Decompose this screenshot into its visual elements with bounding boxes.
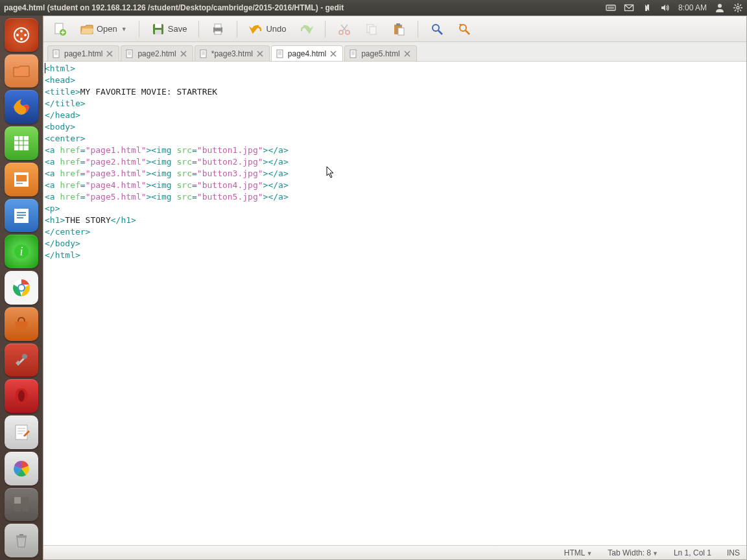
find-button[interactable] bbox=[426, 20, 448, 38]
code-line: <p> bbox=[45, 203, 746, 215]
svg-rect-0 bbox=[606, 5, 615, 10]
svg-rect-28 bbox=[16, 183, 23, 184]
svg-line-71 bbox=[466, 30, 469, 34]
close-icon[interactable] bbox=[106, 50, 113, 58]
tabwidth-selector[interactable]: Tab Width: 8▼ bbox=[608, 548, 658, 557]
open-button[interactable]: Open▼ bbox=[76, 20, 131, 38]
top-panel: page4.html (student on 192.168.12.126 /s… bbox=[0, 0, 747, 16]
chrome-button[interactable] bbox=[5, 271, 38, 305]
code-line: <head> bbox=[45, 75, 746, 86]
info-button[interactable]: i bbox=[5, 235, 38, 268]
open-label: Open bbox=[97, 24, 117, 34]
svg-rect-90 bbox=[277, 50, 283, 58]
svg-point-17 bbox=[20, 30, 23, 32]
new-doc-button[interactable] bbox=[49, 20, 71, 38]
svg-rect-46 bbox=[22, 497, 29, 504]
svg-point-37 bbox=[19, 285, 24, 290]
svg-point-70 bbox=[460, 25, 466, 31]
svg-rect-29 bbox=[14, 209, 29, 223]
tab-page3html[interactable]: *page3.html bbox=[195, 45, 270, 61]
find-replace-button[interactable] bbox=[453, 20, 475, 38]
tab-page1html[interactable]: page1.html bbox=[47, 45, 119, 61]
print-button[interactable] bbox=[207, 20, 229, 38]
code-line: <a href="page1.html"><img src="button1.j… bbox=[45, 145, 746, 156]
clock-text[interactable]: 8:00 AM bbox=[678, 3, 707, 12]
svg-rect-64 bbox=[370, 27, 376, 34]
editor-area[interactable]: <html><head><title>MY FAVORITE MOVIE: ST… bbox=[43, 62, 746, 545]
picasa-button[interactable] bbox=[5, 452, 38, 485]
svg-point-40 bbox=[18, 390, 25, 402]
software-center-button[interactable] bbox=[5, 307, 38, 341]
keyboard-icon[interactable] bbox=[606, 3, 616, 13]
svg-point-18 bbox=[24, 34, 27, 36]
code-line: <a href="page4.html"><img src="button4.j… bbox=[45, 180, 746, 191]
document-icon bbox=[199, 49, 208, 58]
svg-point-5 bbox=[718, 4, 722, 8]
svg-rect-78 bbox=[126, 50, 132, 58]
opera-button[interactable] bbox=[5, 379, 38, 413]
document-icon bbox=[276, 49, 285, 58]
redo-button[interactable] bbox=[295, 20, 317, 38]
code-line: </head> bbox=[45, 110, 746, 121]
network-icon[interactable] bbox=[642, 3, 652, 13]
svg-text:i: i bbox=[19, 245, 23, 258]
code-line: <title>MY FAVORITE MOVIE: STARTREK bbox=[45, 86, 746, 98]
save-button[interactable]: Save bbox=[147, 20, 191, 38]
svg-rect-49 bbox=[16, 535, 27, 537]
tab-label: page4.html bbox=[288, 49, 326, 58]
close-icon[interactable] bbox=[403, 50, 411, 58]
user-icon[interactable] bbox=[715, 3, 725, 13]
svg-rect-54 bbox=[155, 24, 161, 28]
gedit-button[interactable] bbox=[5, 415, 38, 449]
close-icon[interactable] bbox=[329, 50, 337, 58]
svg-line-14 bbox=[740, 5, 741, 6]
tab-label: page2.html bbox=[137, 49, 176, 58]
code-line: <html> bbox=[45, 63, 746, 75]
libreoffice-writer-button[interactable] bbox=[5, 199, 38, 233]
volume-icon[interactable] bbox=[660, 3, 670, 13]
copy-button[interactable] bbox=[361, 20, 383, 38]
dash-button[interactable] bbox=[5, 18, 38, 52]
tab-page4html[interactable]: page4.html bbox=[271, 45, 343, 61]
gear-icon[interactable] bbox=[733, 3, 743, 13]
undo-button[interactable]: Undo bbox=[245, 20, 290, 38]
tab-label: page1.html bbox=[64, 49, 102, 58]
libreoffice-calc-button[interactable] bbox=[5, 126, 38, 160]
status-bar: HTML▼ Tab Width: 8▼ Ln 1, Col 1 INS bbox=[43, 545, 746, 559]
document-icon bbox=[125, 49, 134, 58]
trash-button[interactable] bbox=[5, 524, 38, 557]
language-selector[interactable]: HTML▼ bbox=[564, 548, 593, 557]
libreoffice-impress-button[interactable] bbox=[5, 163, 38, 196]
svg-rect-72 bbox=[53, 50, 59, 58]
tab-bar: page1.htmlpage2.html*page3.htmlpage4.htm… bbox=[43, 42, 746, 62]
document-icon bbox=[52, 49, 61, 58]
tab-page2html[interactable]: page2.html bbox=[121, 45, 193, 61]
paste-button[interactable] bbox=[388, 20, 410, 38]
tab-page5html[interactable]: page5.html bbox=[344, 45, 416, 61]
svg-rect-96 bbox=[350, 50, 356, 58]
cut-button[interactable] bbox=[333, 20, 355, 38]
svg-rect-67 bbox=[398, 28, 404, 35]
code-line: </body> bbox=[45, 238, 746, 250]
svg-point-38 bbox=[22, 354, 27, 359]
code-line: </html> bbox=[45, 250, 746, 261]
firefox-button[interactable] bbox=[5, 90, 38, 124]
close-icon[interactable] bbox=[256, 50, 264, 58]
mail-icon[interactable] bbox=[624, 3, 634, 13]
toolbar: Open▼ Save Undo bbox=[43, 16, 746, 42]
gedit-window: Open▼ Save Undo page1.htmlpage2.html*pag… bbox=[43, 16, 747, 560]
settings-button[interactable] bbox=[5, 344, 38, 377]
code-line: </center> bbox=[45, 226, 746, 238]
svg-rect-58 bbox=[215, 31, 221, 34]
svg-rect-84 bbox=[200, 50, 206, 58]
svg-rect-66 bbox=[396, 23, 400, 26]
svg-rect-21 bbox=[14, 136, 29, 150]
svg-rect-45 bbox=[14, 497, 21, 504]
close-icon[interactable] bbox=[180, 50, 187, 58]
svg-line-12 bbox=[740, 10, 741, 11]
files-button[interactable] bbox=[5, 54, 38, 88]
workspace-button[interactable] bbox=[5, 488, 38, 522]
unity-launcher: i bbox=[0, 16, 43, 560]
code-line: </title> bbox=[45, 98, 746, 110]
cursor-position: Ln 1, Col 1 bbox=[674, 548, 711, 557]
